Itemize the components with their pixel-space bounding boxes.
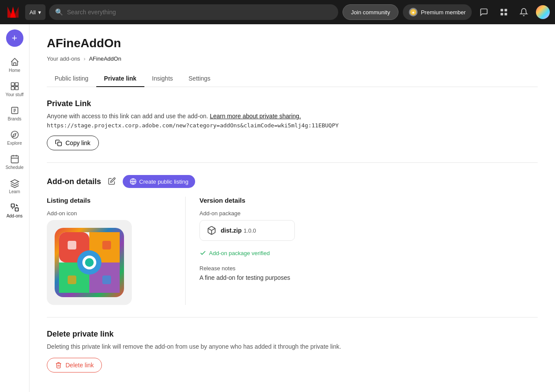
version-details-panel: Version details Add-on package dist.zip … — [186, 197, 538, 305]
addon-icon-graphic — [59, 232, 120, 293]
listing-details-panel: Listing details Add-on icon — [47, 197, 186, 305]
edit-addon-details-button[interactable] — [106, 175, 118, 188]
create-public-listing-label: Create public listing — [139, 178, 188, 185]
sidebar-item-home[interactable]: Home — [2, 54, 28, 76]
breadcrumb: Your add-ons › AFineAddOn — [47, 55, 538, 62]
check-icon — [199, 249, 206, 256]
premium-label: Premium member — [421, 9, 466, 16]
package-label: Add-on package — [199, 210, 538, 217]
sidebar-item-your-stuff[interactable]: Your stuff — [2, 78, 28, 100]
listing-details-title: Listing details — [47, 197, 171, 204]
svg-rect-8 — [501, 13, 503, 16]
svg-rect-19 — [58, 142, 62, 146]
filter-label: All — [29, 9, 36, 16]
release-notes-label: Release notes — [199, 265, 538, 272]
main-layout: + Home Your stuff Brands Explore Schedul… — [0, 24, 555, 392]
svg-rect-16 — [11, 156, 18, 163]
new-button[interactable]: + — [6, 29, 23, 47]
copy-link-button[interactable]: Copy link — [47, 136, 99, 150]
chat-button[interactable] — [476, 4, 492, 20]
addon-details-header: Add-on details Create public listing — [47, 175, 538, 188]
pencil-icon — [108, 177, 116, 185]
addon-icon-label: Add-on icon — [47, 210, 171, 217]
sidebar-item-schedule[interactable]: Schedule — [2, 151, 28, 173]
adobe-logo-icon — [6, 5, 20, 19]
search-icon: 🔍 — [55, 8, 63, 16]
svg-rect-13 — [15, 87, 18, 90]
package-box: dist.zip 1.0.0 — [199, 220, 295, 241]
svg-rect-11 — [15, 83, 18, 86]
tab-settings[interactable]: Settings — [181, 71, 219, 87]
package-name: dist.zip — [221, 227, 242, 234]
apps-button[interactable] — [496, 4, 512, 20]
addons-icon — [10, 203, 20, 212]
delete-section-description: Deleting this private link will remove t… — [47, 343, 538, 350]
search-input[interactable] — [67, 9, 332, 16]
search-bar: 🔍 — [49, 4, 338, 20]
svg-text:★: ★ — [411, 10, 415, 15]
page-title: AFineAddOn — [47, 36, 538, 50]
learn-more-link[interactable]: Learn more about private sharing. — [210, 113, 301, 120]
sidebar-learn-label: Learn — [9, 189, 20, 194]
divider-1 — [47, 162, 538, 163]
sidebar-schedule-label: Schedule — [6, 165, 24, 170]
svg-rect-9 — [505, 13, 507, 16]
breadcrumb-parent-link[interactable]: Your add-ons — [47, 55, 80, 62]
trash-icon — [55, 362, 62, 369]
svg-rect-29 — [68, 241, 76, 249]
sidebar-item-addons[interactable]: Add-ons — [2, 199, 28, 222]
tab-private-link[interactable]: Private link — [96, 71, 144, 87]
sidebar-addons-label: Add-ons — [7, 214, 23, 218]
brands-icon — [10, 106, 20, 115]
copy-link-label: Copy link — [65, 139, 91, 146]
avatar[interactable] — [536, 5, 550, 19]
svg-rect-18 — [15, 208, 18, 211]
apps-icon — [500, 8, 508, 16]
sidebar-item-explore[interactable]: Explore — [2, 126, 28, 149]
notifications-button[interactable] — [516, 4, 532, 20]
home-icon — [10, 57, 20, 67]
delete-link-button[interactable]: Delete link — [47, 358, 102, 373]
verified-text: Add-on package verified — [209, 250, 270, 256]
content-area: AFineAddOn Your add-ons › AFineAddOn Pub… — [29, 24, 555, 392]
bell-icon — [519, 8, 528, 16]
create-public-listing-button[interactable]: Create public listing — [123, 175, 195, 188]
premium-icon: ★ — [409, 8, 418, 16]
new-button-label: + — [12, 32, 17, 44]
private-link-description: Anyone with access to this link can add … — [47, 113, 538, 120]
copy-icon — [55, 139, 62, 146]
chevron-down-icon: ▾ — [38, 9, 41, 16]
svg-rect-12 — [11, 87, 14, 90]
tab-insights[interactable]: Insights — [144, 71, 181, 87]
topbar: All ▾ 🔍 Join community ★ Premium member — [0, 0, 555, 24]
breadcrumb-separator: › — [84, 55, 85, 62]
package-info: dist.zip 1.0.0 — [221, 227, 256, 234]
private-link-url: https://stage.projectx.corp.adobe.com/ne… — [47, 122, 538, 129]
package-icon — [207, 226, 216, 235]
explore-icon — [10, 130, 20, 139]
premium-member-button[interactable]: ★ Premium member — [403, 4, 472, 20]
filter-dropdown[interactable]: All ▾ — [25, 4, 46, 20]
svg-rect-32 — [102, 275, 111, 284]
package-version: 1.0.0 — [244, 227, 256, 234]
sidebar-brands-label: Brands — [8, 117, 22, 121]
learn-icon — [10, 178, 20, 188]
schedule-icon — [10, 154, 20, 164]
globe-icon — [130, 178, 137, 185]
tab-public-listing[interactable]: Public listing — [47, 71, 96, 87]
sidebar-item-brands[interactable]: Brands — [2, 102, 28, 125]
sidebar: + Home Your stuff Brands Explore Schedul… — [0, 24, 29, 392]
release-notes-text: A fine add-on for testing purposes — [199, 274, 538, 281]
search-container: All ▾ 🔍 — [25, 4, 338, 20]
details-grid: Listing details Add-on icon — [47, 197, 538, 305]
join-community-button[interactable]: Join community — [343, 4, 398, 20]
addon-details-title: Add-on details — [47, 177, 101, 186]
sidebar-item-learn[interactable]: Learn — [2, 175, 28, 198]
svg-rect-30 — [102, 241, 111, 249]
svg-rect-31 — [68, 275, 76, 284]
logo-button[interactable] — [5, 4, 21, 20]
sidebar-your-stuff-label: Your stuff — [6, 92, 24, 97]
addon-icon-image — [55, 228, 124, 297]
addon-icon-preview — [47, 220, 132, 305]
your-stuff-icon — [10, 81, 20, 91]
